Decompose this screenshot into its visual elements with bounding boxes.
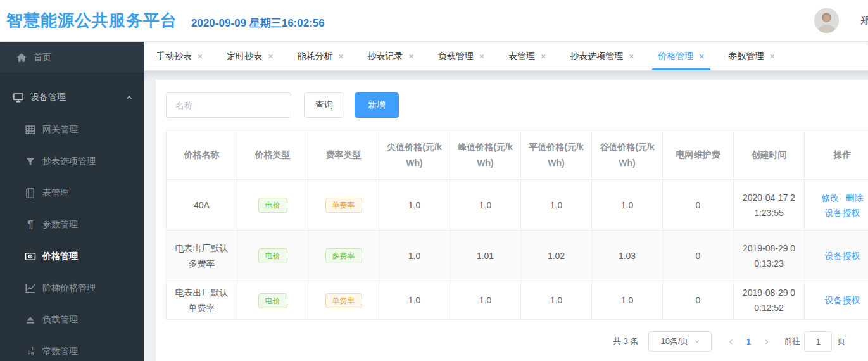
tab-reading-records[interactable]: 抄表记录× bbox=[356, 42, 426, 70]
actions-cell: 设备授权 bbox=[805, 281, 868, 320]
valley-price-cell: 1.0 bbox=[592, 281, 663, 320]
table-row: 40A电价单费率1.01.01.01.002020-04-17 21:23:55… bbox=[167, 180, 868, 231]
table-row: 电表出厂默认单费率电价单费率1.01.01.01.002019-08-29 00… bbox=[167, 281, 868, 320]
tab-label: 能耗分析 bbox=[297, 51, 332, 62]
price-table: 价格名称价格类型费率类型尖值价格(元/kWh)峰值价格(元/kWh)平值价格(元… bbox=[166, 130, 868, 320]
sidebar-submenu: 网关管理抄表选项管理表管理¶参数管理价格管理阶梯价格管理负载管理↓19常数管理 bbox=[0, 114, 144, 361]
tab-meter-management[interactable]: 表管理× bbox=[496, 42, 558, 70]
column-header: 谷值价格(元/kWh) bbox=[592, 130, 663, 180]
sidebar-item-load-management[interactable]: 负载管理 bbox=[0, 304, 144, 336]
column-header: 峰值价格(元/kWh) bbox=[450, 130, 521, 180]
sidebar-item-label: 价格管理 bbox=[42, 251, 78, 262]
tab-energy-analysis[interactable]: 能耗分析× bbox=[285, 42, 355, 70]
valley-price-cell: 1.0 bbox=[592, 180, 663, 231]
tab-load-management[interactable]: 负载管理× bbox=[426, 42, 496, 70]
tab-scheduled-reading[interactable]: 定时抄表× bbox=[215, 42, 285, 70]
column-header: 费率类型 bbox=[308, 130, 379, 180]
tab-bar: 手动抄表×定时抄表×能耗分析×抄表记录×负载管理×表管理×抄表选项管理×价格管理… bbox=[144, 42, 868, 71]
avatar[interactable] bbox=[814, 8, 839, 33]
price-type-tag: 电价 bbox=[258, 293, 287, 308]
column-header: 价格名称 bbox=[167, 130, 237, 180]
actions-cell: 设备授权 bbox=[805, 231, 868, 281]
rate-type-cell: 单费率 bbox=[308, 180, 379, 231]
created-time-cell: 2019-08-29 00:12:52 bbox=[734, 281, 805, 320]
money-icon bbox=[25, 251, 36, 262]
column-header: 平值价格(元/kWh) bbox=[521, 130, 592, 180]
prev-page-button[interactable]: ‹ bbox=[722, 335, 739, 348]
tab-close-icon[interactable]: × bbox=[479, 52, 484, 61]
tab-label: 价格管理 bbox=[658, 51, 693, 62]
grid-fee-cell: 0 bbox=[663, 180, 734, 231]
modify-link[interactable]: 修改 bbox=[822, 190, 840, 205]
grid-fee-cell: 0 bbox=[663, 231, 734, 281]
total-count: 共 3 条 bbox=[613, 336, 638, 347]
sidebar-item-meter-reading-options[interactable]: 抄表选项管理 bbox=[0, 146, 144, 177]
sidebar-item-label: 表管理 bbox=[42, 187, 69, 199]
sidebar-item-parameter-management[interactable]: ¶参数管理 bbox=[0, 209, 144, 241]
tab-close-icon[interactable]: × bbox=[770, 52, 775, 61]
sidebar-item-tiered-price-management[interactable]: 阶梯价格管理 bbox=[0, 272, 144, 304]
sidebar-item-label: 阶梯价格管理 bbox=[42, 282, 96, 294]
book-icon bbox=[25, 187, 36, 199]
tab-close-icon[interactable]: × bbox=[699, 52, 704, 61]
tab-close-icon[interactable]: × bbox=[541, 52, 546, 61]
rate-type-cell: 单费率 bbox=[308, 281, 379, 320]
page-number[interactable]: 1 bbox=[739, 337, 757, 346]
sidebar-item-home[interactable]: 首页 bbox=[0, 42, 144, 73]
tab-label: 表管理 bbox=[508, 51, 535, 62]
price-type-tag: 电价 bbox=[258, 248, 287, 263]
sidebar: 首页设备管理网关管理抄表选项管理表管理¶参数管理价格管理阶梯价格管理负载管理↓1… bbox=[0, 42, 144, 361]
query-button[interactable]: 查询 bbox=[304, 92, 344, 118]
tab-parameter-management[interactable]: 参数管理× bbox=[717, 42, 787, 70]
grid-fee-cell: 0 bbox=[663, 281, 734, 320]
page-unit-label: 页 bbox=[837, 336, 845, 347]
sidebar-item-meter-management[interactable]: 表管理 bbox=[0, 177, 144, 209]
sidebar-item-constant-management[interactable]: ↓19常数管理 bbox=[0, 336, 144, 361]
monitor-icon bbox=[13, 92, 24, 103]
tab-close-icon[interactable]: × bbox=[268, 52, 273, 61]
tab-price-management[interactable]: 价格管理× bbox=[646, 42, 716, 70]
sidebar-item-price-management[interactable]: 价格管理 bbox=[0, 241, 144, 272]
goto-label: 前往 bbox=[784, 336, 800, 347]
tab-label: 负载管理 bbox=[438, 51, 474, 62]
next-page-button[interactable]: › bbox=[757, 335, 775, 348]
rate-type-cell: 多费率 bbox=[308, 231, 379, 281]
price-type-cell: 电价 bbox=[237, 281, 308, 320]
tab-manual-reading[interactable]: 手动抄表× bbox=[144, 42, 215, 70]
tab-close-icon[interactable]: × bbox=[409, 52, 414, 61]
tab-close-icon[interactable]: × bbox=[338, 52, 343, 61]
sidebar-item-gateway-management[interactable]: 网关管理 bbox=[0, 114, 144, 146]
sidebar-item-label: 常数管理 bbox=[42, 346, 78, 357]
avatar-photo bbox=[814, 8, 839, 33]
line-chart-icon bbox=[25, 282, 36, 294]
sidebar-item-device-management[interactable]: 设备管理 bbox=[0, 81, 144, 114]
search-input[interactable] bbox=[166, 92, 291, 118]
device-auth-link[interactable]: 设备授权 bbox=[825, 293, 860, 308]
grid-table-icon bbox=[25, 124, 36, 136]
tab-meter-reading-options[interactable]: 抄表选项管理× bbox=[558, 42, 646, 70]
flat-price-cell: 1.0 bbox=[521, 281, 592, 320]
sharp-price-cell: 1.0 bbox=[379, 180, 450, 231]
valley-price-cell: 1.03 bbox=[592, 231, 663, 281]
tab-close-icon[interactable]: × bbox=[629, 52, 634, 61]
page-size-select[interactable]: 10条/页 bbox=[648, 331, 712, 352]
table-header-row: 价格名称价格类型费率类型尖值价格(元/kWh)峰值价格(元/kWh)平值价格(元… bbox=[167, 130, 868, 180]
user-name[interactable]: 郑 bbox=[860, 15, 868, 27]
content-panel: 查询 新增 价格名称价格类型费率类型尖值价格(元/kWh)峰值价格(元/kWh)… bbox=[156, 80, 868, 361]
sidebar-item-label: 抄表选项管理 bbox=[42, 156, 96, 167]
table-row: 电表出厂默认多费率电价多费率1.01.011.021.0302019-08-29… bbox=[167, 231, 868, 281]
device-auth-link[interactable]: 设备授权 bbox=[825, 205, 860, 220]
price-type-cell: 电价 bbox=[237, 231, 308, 281]
rate-type-tag: 单费率 bbox=[325, 293, 362, 308]
delete-link[interactable]: 删除 bbox=[846, 190, 864, 205]
add-button[interactable]: 新增 bbox=[355, 92, 399, 118]
device-auth-link[interactable]: 设备授权 bbox=[825, 248, 860, 263]
tab-close-icon[interactable]: × bbox=[198, 52, 203, 61]
actions-cell: 修改删除设备授权 bbox=[805, 180, 868, 231]
goto-page-input[interactable] bbox=[804, 331, 832, 352]
page-title: 智慧能源公共服务平台 bbox=[6, 10, 177, 32]
price-type-cell: 电价 bbox=[237, 180, 308, 231]
rate-type-tag: 单费率 bbox=[325, 198, 362, 213]
peak-price-cell: 1.0 bbox=[450, 281, 521, 320]
price-name-cell: 电表出厂默认单费率 bbox=[167, 281, 237, 320]
